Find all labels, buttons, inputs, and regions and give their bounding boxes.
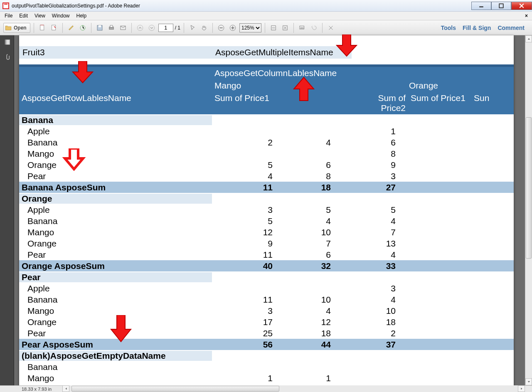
table-row: Mango3410 xyxy=(19,305,514,316)
colgroup-1: Orange xyxy=(406,79,473,92)
row-item-label: Mango xyxy=(19,373,212,383)
subtotal-label: Orange AsposeSum xyxy=(19,261,212,271)
open-label: Open xyxy=(14,25,27,31)
value-cell: 56 xyxy=(212,340,277,350)
pivot-header: AsposeGetColumnLablesName Mango Orange A… xyxy=(19,64,514,114)
page-input[interactable] xyxy=(158,24,173,32)
svg-rect-24 xyxy=(6,39,10,44)
hand-tool-icon[interactable] xyxy=(199,23,209,33)
value-cell: 17 xyxy=(212,317,277,327)
app-icon xyxy=(2,2,9,9)
menu-file[interactable]: File xyxy=(2,12,15,20)
value-cell: 3 xyxy=(335,171,400,181)
row-item-label: Pear xyxy=(19,250,212,260)
email-icon[interactable] xyxy=(118,23,128,33)
value-cell: 40 xyxy=(212,261,277,271)
menu-help[interactable]: Help xyxy=(74,12,90,20)
zoom-in-icon[interactable] xyxy=(228,23,238,33)
zoom-out-icon[interactable] xyxy=(216,23,226,33)
value-cell: 2 xyxy=(335,328,400,338)
table-row: Pear25182 xyxy=(19,328,514,339)
zoom-select[interactable]: 125% xyxy=(239,23,261,32)
svg-rect-8 xyxy=(99,25,101,27)
group-label: (blank)AsposeGetEmptyDataName xyxy=(19,351,212,361)
close-button[interactable] xyxy=(511,2,532,10)
svg-point-13 xyxy=(149,25,155,31)
value-cell: 27 xyxy=(335,182,400,192)
export-pdf-icon[interactable] xyxy=(49,23,59,33)
value-cell: 37 xyxy=(335,340,400,350)
row-item-label: Mango xyxy=(19,227,212,237)
value-cell: 25 xyxy=(212,328,277,338)
close-doc-button[interactable]: × xyxy=(522,13,530,19)
table-row: Orange AsposeSum403233 xyxy=(19,260,514,271)
measure-0: Sum of Price1 xyxy=(212,92,350,114)
annotate-icon[interactable]: abc xyxy=(297,23,307,33)
document-area[interactable]: Fruit3 AsposeGetMultipleItemsName Aspose… xyxy=(14,35,532,385)
value-cell: 2 xyxy=(212,138,277,148)
table-row: Mango12107 xyxy=(19,227,514,238)
value-cell: 18 xyxy=(277,328,335,338)
row-item-label: Orange xyxy=(19,160,212,170)
tools-link[interactable]: Tools xyxy=(441,25,456,31)
create-pdf-icon[interactable] xyxy=(37,23,47,33)
filter-field-value: AsposeGetMultipleItemsName xyxy=(212,46,352,59)
value-cell: 11 xyxy=(212,250,277,260)
open-button[interactable]: Open xyxy=(3,23,30,33)
measure-1: Sum of Price2 xyxy=(350,92,408,114)
maximize-button[interactable] xyxy=(491,2,511,10)
value-cell: 11 xyxy=(212,295,277,305)
table-row: Orange569 xyxy=(19,159,514,170)
print-icon[interactable] xyxy=(106,23,116,33)
menu-window[interactable]: Window xyxy=(49,12,73,20)
save-icon[interactable] xyxy=(95,23,105,33)
row-item-label: Banana xyxy=(19,362,212,372)
attachments-icon[interactable] xyxy=(3,53,11,62)
side-panel xyxy=(0,35,14,385)
thumbnails-icon[interactable] xyxy=(3,39,11,47)
table-row: Apple3 xyxy=(19,283,514,294)
value-cell: 1 xyxy=(212,373,277,383)
horizontal-scrollbar[interactable] xyxy=(62,385,525,392)
minimize-button[interactable] xyxy=(471,2,491,10)
read-mode-icon[interactable] xyxy=(326,23,336,33)
page-total: / 1 xyxy=(175,25,180,31)
value-cell: 6 xyxy=(277,250,335,260)
fit-page-icon[interactable] xyxy=(280,23,290,33)
value-cell: 7 xyxy=(277,239,335,249)
table-row: Pear xyxy=(19,271,514,283)
value-cell: 32 xyxy=(277,261,335,271)
table-row: (blank)AsposeGetEmptyDataName xyxy=(19,350,514,361)
value-cell: 5 xyxy=(277,205,335,215)
value-cell: 44 xyxy=(277,340,335,350)
value-cell: 4 xyxy=(212,171,277,181)
value-cell: 4 xyxy=(335,250,400,260)
fit-width-icon[interactable] xyxy=(268,23,278,33)
menubar: File Edit View Window Help × xyxy=(0,12,532,20)
menu-edit[interactable]: Edit xyxy=(16,12,31,20)
table-row: Orange171218 xyxy=(19,316,514,328)
comment-link[interactable]: Comment xyxy=(498,25,525,31)
page-down-icon[interactable] xyxy=(147,23,157,33)
row-item-label: Banana xyxy=(19,138,212,148)
svg-text:abc: abc xyxy=(300,26,304,29)
hscroll-thumb[interactable] xyxy=(71,386,279,392)
table-row: Orange xyxy=(19,193,514,204)
value-cell: 4 xyxy=(277,306,335,316)
vscroll-thumb[interactable] xyxy=(526,117,532,259)
fill-sign-link[interactable]: Fill & Sign xyxy=(463,25,491,31)
page-up-icon[interactable] xyxy=(135,23,145,33)
share-icon[interactable] xyxy=(78,23,88,33)
svg-rect-4 xyxy=(40,25,44,30)
table-row: Pear1164 xyxy=(19,249,514,260)
menu-view[interactable]: View xyxy=(32,12,48,20)
page-dimensions: 18.33 x 7.93 in xyxy=(22,387,52,392)
value-cell: 11 xyxy=(212,182,277,192)
sign-icon[interactable] xyxy=(66,23,76,33)
value-cell: 9 xyxy=(335,160,400,170)
select-tool-icon[interactable] xyxy=(187,23,197,33)
subtotal-label: Banana AsposeSum xyxy=(19,182,212,192)
table-row: Banana11104 xyxy=(19,294,514,305)
vertical-scrollbar[interactable] xyxy=(525,35,532,385)
undo-icon[interactable] xyxy=(309,23,319,33)
